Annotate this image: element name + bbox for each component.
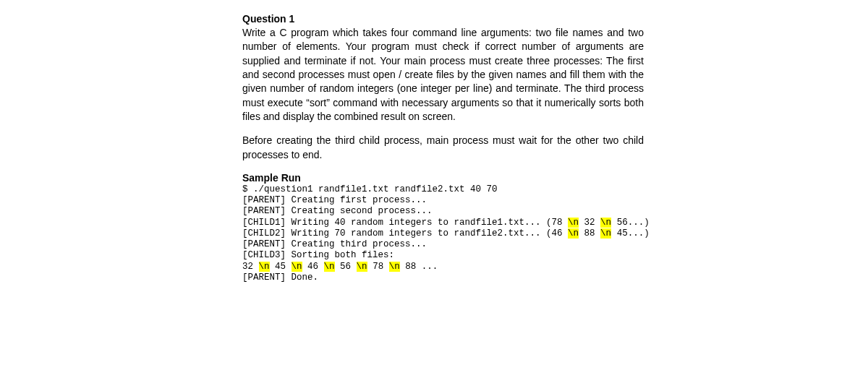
sample-text: 32 <box>242 262 259 272</box>
sample-text: 56 <box>335 262 357 272</box>
question-body-paragraph-2: Before creating the third child process,… <box>242 134 644 162</box>
sample-line-9: [PARENT] Done. <box>242 272 644 283</box>
document-page: Question 1 Write a C program which takes… <box>0 0 644 283</box>
sample-text: 78 <box>367 262 389 272</box>
sample-text: 46 <box>302 262 324 272</box>
newline-highlight: \n <box>568 228 579 239</box>
sample-text: 88 <box>579 228 600 239</box>
sample-line-7: [CHILD3] Sorting both files: <box>242 250 644 261</box>
sample-text: 45 <box>270 262 292 272</box>
sample-text: [CHILD2] Writing 70 random integers to r… <box>242 228 568 239</box>
question-body-paragraph-1: Write a C program which takes four comma… <box>242 26 644 124</box>
sample-run-title: Sample Run <box>242 172 644 184</box>
sample-line-5: [CHILD2] Writing 70 random integers to r… <box>242 228 644 239</box>
sample-line-4: [CHILD1] Writing 40 random integers to r… <box>242 218 644 228</box>
newline-highlight: \n <box>389 262 400 272</box>
sample-text: 45...) <box>611 228 650 239</box>
sample-run-block: $ ./question1 randfile1.txt randfile2.tx… <box>242 184 644 283</box>
question-title: Question 1 <box>242 13 644 25</box>
newline-highlight: \n <box>600 228 611 239</box>
sample-text: 56...) <box>611 218 650 228</box>
sample-line-3: [PARENT] Creating second process... <box>242 206 644 217</box>
sample-text: 32 <box>579 218 600 228</box>
sample-line-2: [PARENT] Creating first process... <box>242 195 644 206</box>
sample-text: 88 ... <box>400 262 438 272</box>
sample-line-1: $ ./question1 randfile1.txt randfile2.tx… <box>242 184 644 195</box>
newline-highlight: \n <box>324 262 335 272</box>
newline-highlight: \n <box>568 218 579 228</box>
sample-line-8: 32 \n 45 \n 46 \n 56 \n 78 \n 88 ... <box>242 262 644 272</box>
newline-highlight: \n <box>259 262 270 272</box>
newline-highlight: \n <box>292 262 302 272</box>
sample-line-6: [PARENT] Creating third process... <box>242 239 644 250</box>
sample-text: [CHILD1] Writing 40 random integers to r… <box>242 218 568 228</box>
newline-highlight: \n <box>600 218 611 228</box>
newline-highlight: \n <box>357 262 367 272</box>
